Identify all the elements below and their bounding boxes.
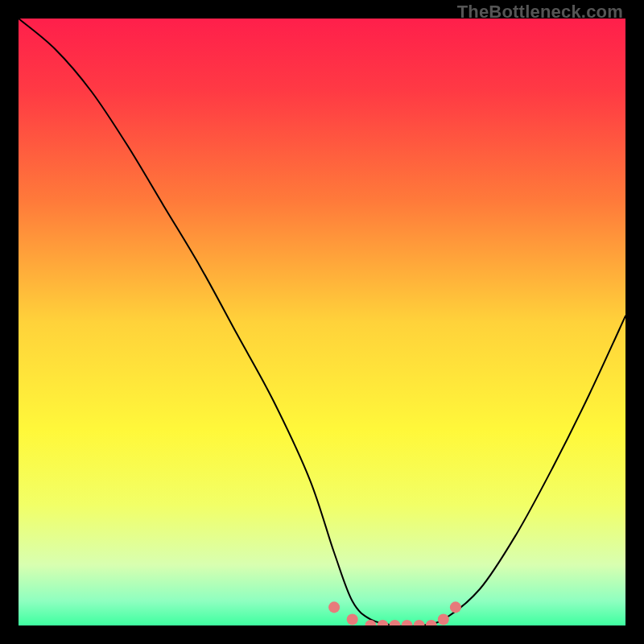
marker-dot bbox=[450, 601, 461, 613]
plot-area bbox=[19, 19, 625, 625]
marker-dot bbox=[414, 620, 425, 625]
flat-region-markers bbox=[328, 601, 461, 625]
marker-dot bbox=[389, 620, 400, 625]
curve-layer bbox=[19, 19, 625, 625]
marker-dot bbox=[402, 620, 413, 625]
marker-dot bbox=[347, 613, 358, 625]
marker-dot bbox=[426, 620, 437, 625]
marker-dot bbox=[328, 601, 340, 613]
chart-frame: TheBottleneck.com bbox=[0, 0, 644, 644]
marker-dot bbox=[377, 620, 388, 625]
marker-dot bbox=[438, 613, 449, 625]
bottleneck-curve bbox=[19, 19, 625, 625]
